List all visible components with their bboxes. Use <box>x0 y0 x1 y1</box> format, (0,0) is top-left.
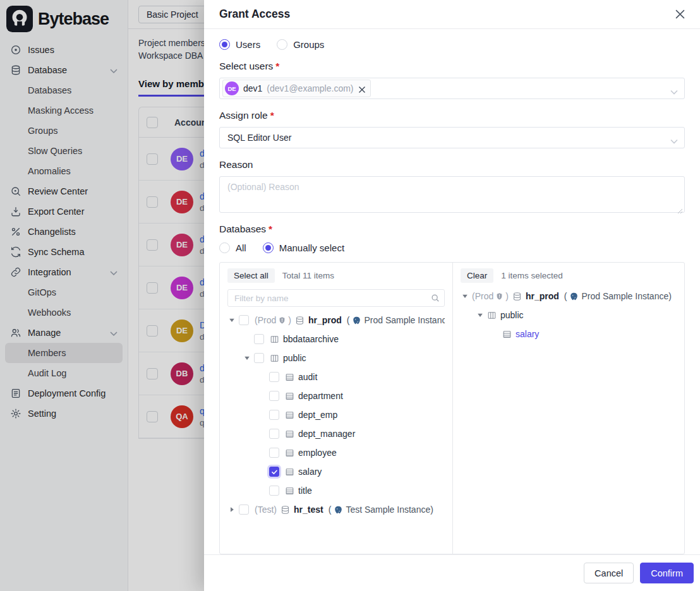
tree-node-audit[interactable]: audit <box>227 367 445 386</box>
caret-spacer <box>259 487 269 494</box>
table-icon <box>285 410 294 420</box>
modal-body: Users Groups Select users* DE dev1 (dev1… <box>204 29 700 554</box>
source-tree: (Prod)hr_prod(Prod Sample Instance)bbdat… <box>227 311 445 519</box>
tree-node-salary[interactable]: salary <box>461 325 677 343</box>
tree-checkbox[interactable] <box>254 353 264 363</box>
tree-node-dept-manager[interactable]: dept_manager <box>227 424 445 443</box>
table-name: audit <box>298 372 317 382</box>
radio-all[interactable]: All <box>219 242 246 253</box>
caret-down-icon[interactable] <box>477 312 487 318</box>
remove-user-icon[interactable] <box>358 85 366 92</box>
select-users-field[interactable]: DE dev1 (dev1@example.com) <box>219 78 685 99</box>
grant-access-modal: Grant Access Users Groups Select users* <box>204 0 700 591</box>
database-tree-selector: Select all Total 11 items (Prod)hr_prod(… <box>219 262 685 554</box>
table-icon <box>285 486 294 496</box>
table-name: dept_manager <box>298 429 355 439</box>
app-screen: Bytebase IssuesDatabaseDatabasesMasking … <box>0 0 700 591</box>
tree-checkbox[interactable] <box>269 391 279 401</box>
tree-checkbox[interactable] <box>254 334 264 344</box>
tree-node-title[interactable]: title <box>227 481 445 500</box>
schema-icon <box>270 354 279 363</box>
schema-icon <box>270 335 279 344</box>
instance-tag: (Test Sample Instance) <box>329 504 433 515</box>
tree-selected-panel: Clear 1 items selected (Prod)hr_prod(Pro… <box>453 263 684 554</box>
table-name: salary <box>516 329 539 339</box>
user-name: dev1 <box>243 83 262 93</box>
table-icon <box>285 429 294 439</box>
caret-down-icon[interactable] <box>462 293 472 299</box>
tree-checkbox[interactable] <box>239 315 249 325</box>
radio-users-label: Users <box>236 39 260 50</box>
confirm-button[interactable]: Confirm <box>640 563 694 583</box>
environment-tag: (Prod) <box>255 315 291 325</box>
tree-checkbox[interactable] <box>269 429 279 439</box>
tree-node-department[interactable]: department <box>227 386 445 405</box>
search-icon <box>431 294 440 302</box>
tree-node-dept-emp[interactable]: dept_emp <box>227 405 445 424</box>
caret-spacer <box>259 469 269 475</box>
table-icon <box>285 373 294 382</box>
user-avatar: DE <box>225 81 239 95</box>
radio-users-control[interactable] <box>219 39 230 50</box>
radio-groups-control[interactable] <box>277 39 287 50</box>
tree-source-panel: Select all Total 11 items (Prod)hr_prod(… <box>220 263 453 554</box>
tree-node-public[interactable]: public <box>461 306 677 325</box>
tree-checkbox[interactable] <box>269 486 279 496</box>
table-icon <box>285 391 294 401</box>
environment-tag: (Prod) <box>472 291 509 301</box>
tree-checkbox[interactable] <box>269 467 279 477</box>
tree-checkbox[interactable] <box>239 504 249 515</box>
tree-node-salary[interactable]: salary <box>227 462 445 481</box>
cancel-button[interactable]: Cancel <box>584 563 634 583</box>
shield-icon <box>495 292 504 301</box>
reason-label: Reason <box>219 159 685 170</box>
radio-groups[interactable]: Groups <box>277 39 324 50</box>
caret-right-icon[interactable] <box>229 506 239 513</box>
radio-users[interactable]: Users <box>219 39 260 50</box>
tree-node-public[interactable]: public <box>227 349 445 367</box>
databases-mode-radios: All Manually select <box>219 242 685 253</box>
table-icon <box>502 330 512 339</box>
tree-database-icon <box>281 505 290 515</box>
postgres-icon <box>569 292 579 301</box>
tree-checkbox[interactable] <box>269 448 279 458</box>
selected-tree: (Prod)hr_prod(Prod Sample Instance)publi… <box>461 287 677 343</box>
radio-manually-select[interactable]: Manually select <box>263 242 344 253</box>
instance-tag: (Prod Sample Instance) <box>347 315 445 325</box>
tree-node-bbdataarchive[interactable]: bbdataarchive <box>227 330 445 349</box>
caret-spacer <box>259 374 269 380</box>
modal-title: Grant Access <box>219 8 290 21</box>
reason-textarea[interactable] <box>220 177 684 212</box>
user-email: (dev1@example.com) <box>267 83 353 93</box>
tree-database-icon <box>295 316 305 325</box>
database-name: hr_prod <box>308 315 342 325</box>
schema-icon <box>487 311 497 320</box>
radio-all-control[interactable] <box>219 242 230 253</box>
tree-checkbox[interactable] <box>269 372 279 382</box>
select-all-button[interactable]: Select all <box>227 268 275 283</box>
assign-role-select[interactable]: SQL Editor User <box>219 127 685 148</box>
assign-role-label: Assign role* <box>219 110 685 121</box>
total-items-text: Total 11 items <box>282 271 334 280</box>
radio-manually-select-control[interactable] <box>263 242 274 253</box>
caret-spacer <box>259 431 269 437</box>
databases-label: Databases* <box>219 224 685 235</box>
clear-button[interactable]: Clear <box>461 268 493 283</box>
radio-manually-select-label: Manually select <box>279 242 344 253</box>
table-name: dept_emp <box>298 410 337 420</box>
tree-node-hr-prod[interactable]: (Prod)hr_prod(Prod Sample Instance) <box>227 311 445 330</box>
caret-down-icon[interactable] <box>244 355 254 361</box>
caret-down-icon[interactable] <box>229 317 239 323</box>
close-icon[interactable] <box>673 8 686 21</box>
tree-node-employee[interactable]: employee <box>227 443 445 462</box>
modal-header: Grant Access <box>204 0 700 29</box>
tree-checkbox[interactable] <box>269 410 279 420</box>
caret-spacer <box>492 331 502 337</box>
filter-input[interactable] <box>227 289 445 307</box>
selected-count-text: 1 items selected <box>501 271 563 280</box>
table-name: title <box>298 486 312 496</box>
database-name: hr_test <box>294 504 323 515</box>
tree-node-hr-prod[interactable]: (Prod)hr_prod(Prod Sample Instance) <box>461 287 677 306</box>
tree-node-hr-test[interactable]: (Test)hr_test(Test Sample Instance) <box>227 500 445 519</box>
assign-role-value: SQL Editor User <box>222 133 291 143</box>
